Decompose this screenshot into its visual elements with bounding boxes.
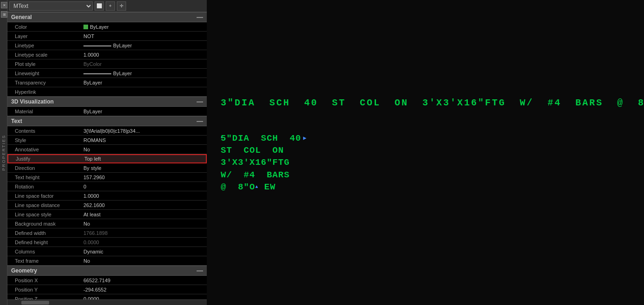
prop-row-pos-z[interactable]: Position Z 0.0000 [7,294,207,299]
prop-value-columns[interactable]: Dynamic [82,249,207,254]
prop-row-columns[interactable]: Columns Dynamic [7,247,207,256]
prop-label-defined-height: Defined height [7,240,82,245]
prop-row-layer[interactable]: Layer NOT [7,32,207,41]
prop-label-pos-z: Position Z [7,296,82,300]
prop-row-linetype[interactable]: Linetype ByLayer [7,41,207,50]
cad-text-multiline-container: ▪ 5"DIA SCH 40 ▶ ST COL ON 3'X3'X16"FTG … [221,132,223,141]
prop-row-lineweight[interactable]: Lineweight ByLayer [7,69,207,78]
prop-label-text-frame: Text frame [7,258,82,264]
prop-value-pos-z[interactable]: 0.0000 [82,296,207,300]
prop-row-pos-x[interactable]: Position X 66522.7149 [7,276,207,285]
toolbar-btn-3[interactable]: ✛ [117,1,126,11]
section-text-label: Text [11,118,22,124]
section-geometry-collapse[interactable]: — [197,267,203,274]
prop-row-line-space-distance[interactable]: Line space distance 262.1600 [7,201,207,210]
prop-value-line-space-style[interactable]: At least [82,212,207,217]
h-scroll-thumb[interactable] [21,301,49,305]
prop-label-annotative: Annotative [7,147,82,152]
prop-row-rotation[interactable]: Rotation 0 [7,182,207,191]
prop-row-justify[interactable]: Justify Top left [7,154,207,163]
prop-value-defined-height[interactable]: 0.0000 [82,240,207,245]
prop-value-transparency[interactable]: ByLayer [82,80,207,85]
prop-label-layer: Layer [7,33,82,39]
prop-row-contents[interactable]: Contents 3{\fArial|b0|i0|c178|p34... [7,126,207,136]
prop-row-material[interactable]: Material ByLayer [7,107,207,116]
prop-row-text-frame[interactable]: Text frame No [7,256,207,266]
prop-row-hyperlink[interactable]: Hyperlink [7,87,207,97]
section-3d-header[interactable]: 3D Visualization — [7,97,207,107]
prop-value-pos-x[interactable]: 66522.7149 [82,278,207,283]
prop-value-material[interactable]: ByLayer [82,109,207,114]
prop-row-style[interactable]: Style ROMANS [7,136,207,145]
color-value-text: ByLayer [90,24,108,30]
prop-label-line-space-style: Line space style [7,212,82,217]
prop-row-color[interactable]: Color ByLayer [7,22,207,32]
section-text-collapse[interactable]: — [197,118,203,124]
prop-label-defined-width: Defined width [7,230,82,236]
prop-row-direction[interactable]: Direction By style [7,163,207,173]
prop-value-defined-width[interactable]: 1766.1898 [82,230,207,236]
section-3d-collapse[interactable]: — [197,98,203,105]
prop-label-style: Style [7,137,82,143]
prop-value-linetype[interactable]: ByLayer [82,43,207,48]
prop-value-plot-style[interactable]: ByColor [82,61,207,67]
horizontal-scrollbar[interactable] [7,299,207,305]
toolbar-btn-2[interactable]: + [106,1,115,11]
prop-label-material: Material [7,109,82,114]
prop-value-line-space-distance[interactable]: 262.1600 [82,202,207,208]
color-swatch-green [83,25,88,29]
prop-value-lineweight[interactable]: ByLayer [82,71,207,76]
prop-row-transparency[interactable]: Transparency ByLayer [7,78,207,87]
cad-text-multiline: 5"DIA SCH 40 ▶ ST COL ON 3'X3'X16"FTG W/… [221,132,307,193]
section-text-header[interactable]: Text — [7,116,207,126]
prop-row-annotative[interactable]: Annotative No [7,145,207,154]
toolbar-btn-1[interactable]: ⬜ [95,1,104,11]
prop-value-rotation[interactable]: 0 [82,184,207,189]
cad-cursor-right: ▶ [303,135,307,143]
prop-label-pos-x: Position X [7,278,82,283]
prop-row-pos-y[interactable]: Position Y -294.6552 [7,285,207,294]
prop-value-color[interactable]: ByLayer [82,24,207,30]
prop-row-text-height[interactable]: Text height 157.2960 [7,173,207,182]
prop-label-linetype: Linetype [7,43,82,48]
prop-label-lineweight: Lineweight [7,71,82,76]
properties-scroll-area[interactable]: General — Color ByLayer Layer NOT Linety… [7,12,207,299]
object-type-select[interactable]: MText [9,1,93,11]
prop-row-plot-style[interactable]: Plot style ByColor [7,59,207,69]
prop-label-text-height: Text height [7,175,82,180]
prop-value-direction[interactable]: By style [82,165,207,171]
prop-value-annotative[interactable]: No [82,147,207,152]
prop-label-line-space-distance: Line space distance [7,202,82,208]
prop-value-linetype-scale[interactable]: 1.0000 [82,52,207,58]
top-icon-2[interactable]: ⊞ [1,11,7,18]
prop-row-defined-height[interactable]: Defined height 0.0000 [7,238,207,247]
prop-row-line-space-style[interactable]: Line space style At least [7,210,207,219]
lineweight-indicator [83,73,111,74]
prop-row-bg-mask[interactable]: Background mask No [7,219,207,228]
cad-text-line1: 3"DIA SCH 40 ST COL ON 3'X3'X16"FTG W/ #… [221,97,644,108]
section-general-header[interactable]: General — [7,12,207,22]
prop-value-justify[interactable]: Top left [83,156,206,162]
prop-label-direction: Direction [7,165,82,171]
section-geometry-label: Geometry [11,267,37,274]
prop-label-hyperlink: Hyperlink [7,89,82,95]
prop-value-text-frame[interactable]: No [82,258,207,264]
prop-value-style[interactable]: ROMANS [82,137,207,143]
prop-value-pos-y[interactable]: -294.6552 [82,287,207,292]
side-panel-tab[interactable]: ✕ ⊞ PROPERTIES [0,0,7,305]
section-general-collapse[interactable]: — [197,14,203,20]
prop-row-line-space-factor[interactable]: Line space factor 1.0000 [7,191,207,201]
prop-label-pos-y: Position Y [7,287,82,292]
prop-value-text-height[interactable]: 157.2960 [82,175,207,180]
prop-label-linetype-scale: Linetype scale [7,52,82,58]
prop-row-linetype-scale[interactable]: Linetype scale 1.0000 [7,50,207,59]
prop-value-layer[interactable]: NOT [82,33,207,39]
prop-row-defined-width[interactable]: Defined width 1766.1898 [7,228,207,238]
prop-value-bg-mask[interactable]: No [82,221,207,227]
top-icon-1[interactable]: ✕ [1,2,7,8]
prop-value-contents[interactable]: 3{\fArial|b0|i0|c178|p34... [82,128,207,134]
properties-toolbar: MText ⬜ + ✛ [7,0,207,12]
prop-value-line-space-factor[interactable]: 1.0000 [82,193,207,199]
section-geometry-header[interactable]: Geometry — [7,266,207,276]
prop-label-plot-style: Plot style [7,61,82,67]
